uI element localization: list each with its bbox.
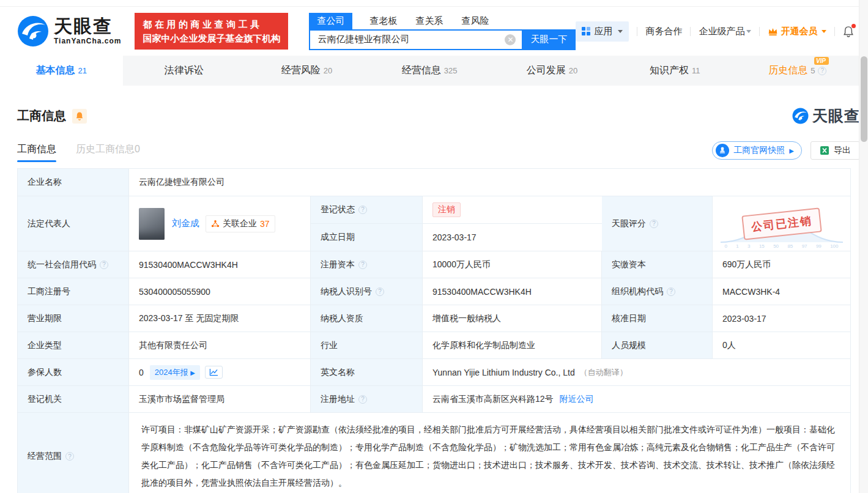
table-row: 统一社会信用代码? 91530400MACCW3HK4H 注册资本? 10000… [18,251,850,278]
reg-capital-value: 10000万人民币 [423,251,602,278]
paid-capital-label: 实缴资本 [602,251,713,278]
reg-authority-value: 玉溪市市场监督管理局 [129,386,311,412]
tab-basic-info[interactable]: 基本信息21 [0,56,123,86]
section-title: 工商信息 [17,108,66,124]
status-badge: 注销 [432,202,461,217]
menu-vip-upgrade[interactable]: 开通会员 [768,26,826,37]
company-nav-tabs: 基本信息21 法律诉讼 经营风险20 经营信息325 公司发展20 知识产权11… [0,56,859,86]
establish-date-value: 2023-03-17 [423,224,602,251]
insured-label: 参保人数 [18,359,129,385]
tab-company-development[interactable]: 公司发展20 [491,56,614,86]
apps-menu[interactable]: 应用 [576,21,629,42]
section-actions: 工商官网快照 ▶ 导出 [712,141,860,160]
address-value: 云南省玉溪市高新区兴科路12号 附近公司 [423,386,850,412]
slogan-banner: 都在用的商业查询工具 国家中小企业发展子基金旗下机构 [135,13,288,50]
search-button[interactable]: 天眼一下 [522,29,576,50]
score-label: 天眼评分? [602,196,713,251]
search-input[interactable] [309,29,522,50]
excel-icon [820,146,829,155]
approval-date-label: 核准日期 [602,305,713,332]
table-row: 法定代表人 刘金成 关联企业 37 [18,196,850,251]
insured-value: 0 2024年报 ▶ [129,359,311,385]
auto-translate-note: （自动翻译） [580,367,628,378]
paid-capital-value: 690万人民币 [713,251,850,278]
help-icon[interactable]: ? [818,67,826,75]
company-type-label: 企业类型 [18,332,129,358]
help-icon[interactable]: ? [667,287,675,296]
legal-rep-photo[interactable] [139,208,165,240]
menu-business-cooperation[interactable]: 商务合作 [645,26,682,37]
export-button[interactable]: 导出 [811,141,860,160]
trend-chart-button[interactable] [205,366,223,379]
credit-code-value: 91530400MACCW3HK4H [129,251,311,278]
reg-status-value: 注销 [423,196,602,223]
reg-status-label: 登记状态? [311,196,423,223]
search-tab-boss[interactable]: 查老板 [368,13,398,29]
scrollbar-thumb[interactable] [861,56,867,142]
table-row: 工商注册号 530400005055900 纳税人识别号? 91530400MA… [18,278,850,305]
tab-operation-risk[interactable]: 经营风险20 [245,56,368,86]
header: 天眼查 TianYanCha.com 都在用的商业查询工具 国家中小企业发展子基… [0,7,868,56]
help-icon[interactable]: ? [65,452,74,461]
table-row: 企业类型 其他有限责任公司 行业 化学原料和化学制品制造业 人员规模 0人 [18,332,850,359]
subtab-history-business-info[interactable]: 历史工商信息0 [76,143,140,162]
establish-date-label: 成立日期 [311,224,423,251]
table-row: 经营范围? 许可项目：非煤矿山矿产资源开采；矿产资源勘查（依法须经批准的项目，经… [18,413,850,493]
business-term-label: 营业期限 [18,305,129,332]
subscribe-bell-button[interactable] [72,109,87,124]
section-title-row: 工商信息 [17,108,87,124]
line-chart-icon [209,368,218,376]
page: 天眼查 TianYanCha.com 都在用的商业查询工具 国家中小企业发展子基… [0,0,868,493]
tab-intellectual-property[interactable]: 知识产权11 [614,56,736,86]
business-scope-value: 许可项目：非煤矿山矿产资源开采；矿产资源勘查（依法须经批准的项目，经相关部门批准… [129,413,850,493]
search-tabs: 查公司 查老板 查关系 查风险 [309,13,576,29]
apps-label: 应用 [594,26,612,37]
subtab-business-info[interactable]: 工商信息 [17,143,56,162]
help-icon[interactable]: ? [358,261,367,269]
legal-rep-label: 法定代表人 [18,196,129,251]
menu-enterprise-product[interactable]: 企业级产品 [699,26,751,37]
notification-dot [851,24,856,28]
credit-code-label: 统一社会信用代码? [18,251,129,278]
industry-label: 行业 [311,332,423,358]
brand-name: 天眼查 [812,106,860,126]
taxpayer-quality-label: 纳税人资质 [311,305,423,332]
search-tab-relation[interactable]: 查关系 [414,13,444,29]
annual-report-chip[interactable]: 2024年报 ▶ [150,365,200,380]
tianyancha-logo[interactable]: 天眼查 TianYanCha.com [17,15,121,47]
notifications-bell[interactable] [843,26,854,37]
official-snapshot-button[interactable]: 工商官网快照 ▶ [712,141,802,160]
crown-icon [768,27,778,36]
business-scope-label: 经营范围? [18,413,129,493]
industry-value: 化学原料和化学制品制造业 [423,332,602,358]
search-tab-risk[interactable]: 查风险 [460,13,490,29]
brand-watermark: 天眼查 [792,106,860,126]
help-icon[interactable]: ? [358,206,367,214]
address-label: 注册地址? [311,386,423,412]
org-code-label: 组织机构代码? [602,278,713,305]
tab-legal-litigation[interactable]: 法律诉讼 [123,56,246,86]
search-tab-company[interactable]: 查公司 [309,13,352,29]
clear-search-icon[interactable]: ✕ [505,34,516,45]
nearby-companies-link[interactable]: 附近公司 [560,394,594,405]
related-companies-chip[interactable]: 关联企业 37 [206,215,275,232]
taxpayer-quality-value: 增值税一般纳税人 [423,305,602,332]
chevron-down-icon [746,30,751,33]
reg-capital-label: 注册资本? [311,251,423,278]
main-content: 工商信息 天眼查 工商信息 [0,106,868,493]
help-icon[interactable]: ? [100,261,108,269]
related-companies-count: 37 [260,219,270,229]
legal-rep-name-link[interactable]: 刘金成 [172,218,199,229]
apps-grid-icon [582,27,590,35]
reg-authority-label: 登记机关 [18,386,129,412]
help-icon[interactable]: ? [358,395,367,404]
score-axis-ticks: 0131550859799100 [725,243,839,249]
tab-history-info[interactable]: VIP 历史信息5 ? [736,56,859,86]
tab-business-info[interactable]: 经营信息325 [368,56,491,86]
divider [759,27,760,36]
subtabs: 工商信息 历史工商信息0 [17,143,140,162]
help-icon[interactable]: ? [650,220,658,228]
help-icon[interactable]: ? [376,287,384,296]
table-row: 登记机关 玉溪市市场监督管理局 注册地址? 云南省玉溪市高新区兴科路12号 附近… [18,386,850,413]
taxpayer-id-label: 纳税人识别号? [311,278,423,305]
